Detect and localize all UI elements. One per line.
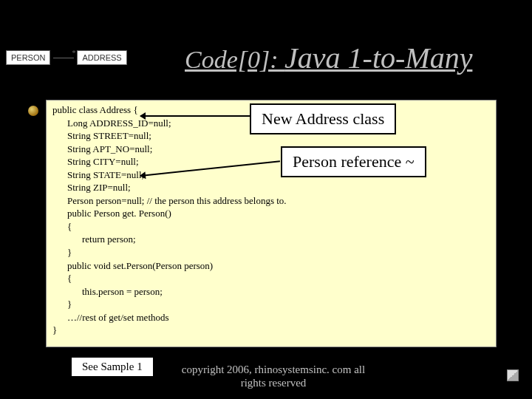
- copyright-text: copyright 2006, rhinosystemsinc. com all…: [177, 363, 369, 391]
- slide-title: Code[0]: Java 1-to-Many: [185, 41, 472, 75]
- arrow-to-class: [140, 115, 250, 117]
- code-line: }: [52, 324, 490, 337]
- code-line: public Person get. Person(): [52, 207, 490, 220]
- code-line: String ZIP=null;: [52, 181, 490, 194]
- code-line: …//rest of get/set methods: [52, 311, 490, 324]
- uml-address-box: ADDRESS: [77, 50, 126, 65]
- uml-person-box: PERSON: [6, 50, 50, 65]
- see-sample-button[interactable]: See Sample 1: [71, 357, 154, 377]
- callout-new-address: New Address class: [250, 103, 396, 134]
- code-line: public void set.Person(Person person): [52, 259, 490, 273]
- code-line: }: [52, 298, 490, 311]
- title-prefix: Code[0]:: [185, 46, 284, 73]
- title-main: Java 1-to-Many: [284, 41, 472, 75]
- callout-person-ref: Person reference ~: [281, 146, 426, 177]
- resize-icon: [507, 369, 519, 381]
- code-block: public class Address { Long ADDRESS_ID=n…: [46, 100, 497, 347]
- code-line: {: [52, 220, 490, 233]
- bullet-icon: [28, 106, 38, 116]
- uml-association-line: *: [53, 58, 74, 58]
- code-line: Person person=null; // the person this a…: [52, 194, 490, 208]
- code-line: }: [52, 246, 490, 259]
- code-line: return person;: [52, 233, 490, 246]
- uml-diagram: PERSON * ADDRESS: [6, 50, 127, 65]
- uml-multiplicity: *: [72, 49, 75, 57]
- code-line: this.person = person;: [52, 285, 490, 299]
- code-line: {: [52, 272, 490, 285]
